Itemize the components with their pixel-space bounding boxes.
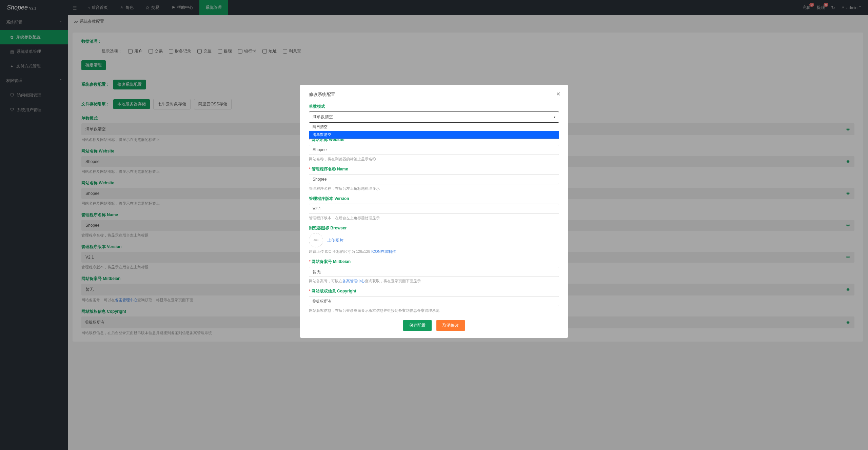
upload-image-link[interactable]: 上传图片 (327, 238, 343, 243)
beian-link[interactable]: 备案管理中心 (342, 279, 365, 283)
field-hint: 网站备案号，可以在备案管理中心查询获取，将在登录页面下面显示 (309, 279, 559, 284)
field-label-copyright: *网站版权信息 Copyright (309, 288, 559, 294)
field-hint: 网站名称，将在浏览器的标签上显示名称 (309, 157, 559, 162)
mgrver-input[interactable] (309, 204, 559, 214)
select-option-0[interactable]: 隔日清空 (309, 123, 559, 131)
miit-input[interactable] (309, 267, 559, 277)
edit-config-modal: 修改系统配置 ✕ 单数模式 满单数清空 ▾ 隔日清空 满单数清空 (300, 85, 568, 338)
select-dropdown: 隔日清空 满单数清空 (309, 123, 559, 139)
field-hint: 网站版权信息，在后台登录页面显示版本信息并链接到备案到信息备案管理系统 (309, 308, 559, 313)
field-label-mode: 单数模式 (309, 104, 559, 109)
icon-maker-link[interactable]: ICON在线制作 (371, 249, 396, 253)
upload-placeholder-icon[interactable]: 404 (309, 233, 323, 247)
field-hint: 管理程序版本，在后台左上角标题处理显示 (309, 216, 559, 221)
mgrname-input[interactable] (309, 174, 559, 184)
close-icon[interactable]: ✕ (556, 91, 560, 97)
save-config-button[interactable]: 保存配置 (403, 320, 432, 331)
field-hint: 建议上传 ICO 图标的尺寸为 128x128 ICON在线制作 (309, 249, 559, 254)
field-hint: 管理程序名称，在后台左上角标题处理显示 (309, 186, 559, 191)
caret-down-icon: ▾ (554, 115, 555, 119)
cancel-edit-button[interactable]: 取消修改 (436, 320, 465, 331)
modal-backdrop: 修改系统配置 ✕ 单数模式 满单数清空 ▾ 隔日清空 满单数清空 (0, 0, 868, 450)
select-display[interactable]: 满单数清空 ▾ (309, 111, 559, 123)
mode-select[interactable]: 满单数清空 ▾ 隔日清空 满单数清空 (309, 111, 559, 123)
field-label-miit: *网站备案号 Miitbeian (309, 259, 559, 265)
sitename-input[interactable] (309, 145, 559, 155)
copyright-input[interactable] (309, 296, 559, 306)
select-value: 满单数清空 (313, 114, 333, 120)
field-label-mgrname: *管理程序名称 Name (309, 166, 559, 172)
select-option-1[interactable]: 满单数清空 (309, 131, 559, 139)
modal-title: 修改系统配置 (309, 91, 559, 98)
field-label-mgrver: 管理程序版本 Version (309, 196, 559, 202)
field-label-browser: 浏览器图标 Browser (309, 225, 559, 231)
